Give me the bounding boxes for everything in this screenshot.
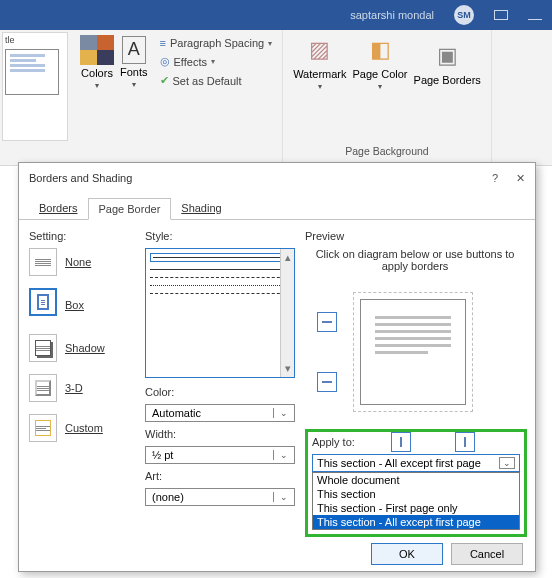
width-select[interactable]: ½ pt⌄ <box>145 446 295 464</box>
set-as-default-button[interactable]: ✔Set as Default <box>160 74 273 87</box>
dialog-titlebar: Borders and Shading ?✕ <box>19 163 535 193</box>
setting-column: Setting: None Box Shadow 3-D Custom <box>29 230 135 512</box>
dialog-tabs: Borders Page Border Shading <box>19 197 535 220</box>
apply-to-combo[interactable]: This section - All except first page⌄ <box>312 454 520 472</box>
setting-custom[interactable]: Custom <box>29 414 135 442</box>
tab-borders[interactable]: Borders <box>29 198 88 220</box>
minimize-icon[interactable] <box>528 19 542 20</box>
apply-option-selected[interactable]: This section - All except first page <box>313 515 519 529</box>
ribbon-display-icon[interactable] <box>494 10 508 20</box>
scrollbar[interactable]: ▴▾ <box>280 249 294 377</box>
style-listbox[interactable]: ▴▾ <box>145 248 295 378</box>
borders-and-shading-dialog: Borders and Shading ?✕ Borders Page Bord… <box>18 162 536 572</box>
setting-box[interactable]: Box <box>29 288 135 322</box>
ribbon: tle Colors▾ A Fonts▾ ≡Paragraph Spacing▾… <box>0 30 552 166</box>
cancel-button[interactable]: Cancel <box>451 543 523 565</box>
app-titlebar: saptarshi mondal SM <box>0 0 552 30</box>
document-formatting-group: Colors▾ A Fonts▾ ≡Paragraph Spacing▾ ◎Ef… <box>70 30 283 165</box>
effects-button[interactable]: ◎Effects▾ <box>160 55 273 68</box>
user-name: saptarshi mondal <box>350 9 434 21</box>
apply-option[interactable]: Whole document <box>313 473 519 487</box>
tab-shading[interactable]: Shading <box>171 198 231 220</box>
watermark-button[interactable]: ▨Watermark▾ <box>293 34 346 91</box>
page-color-button[interactable]: ◧Page Color▾ <box>353 34 408 91</box>
themes-gallery[interactable]: tle <box>2 32 68 141</box>
art-select[interactable]: (none)⌄ <box>145 488 295 506</box>
setting-shadow[interactable]: Shadow <box>29 334 135 362</box>
apply-to-section: Apply to: This section - All except firs… <box>305 429 527 537</box>
apply-to-dropdown-list[interactable]: Whole document This section This section… <box>312 472 520 530</box>
style-column: Style: ▴▾ Color: Automatic⌄ Width: ½ pt⌄… <box>145 230 295 512</box>
toggle-top-border[interactable] <box>317 312 337 332</box>
page-borders-button[interactable]: ▣Page Borders <box>414 40 481 86</box>
ok-button[interactable]: OK <box>371 543 443 565</box>
colors-button[interactable]: Colors▾ <box>80 35 114 90</box>
apply-option[interactable]: This section <box>313 487 519 501</box>
color-select[interactable]: Automatic⌄ <box>145 404 295 422</box>
page-background-group: ▨Watermark▾ ◧Page Color▾ ▣Page Borders P… <box>283 30 492 165</box>
user-avatar[interactable]: SM <box>454 5 474 25</box>
toggle-bottom-border[interactable] <box>317 372 337 392</box>
paragraph-spacing-button[interactable]: ≡Paragraph Spacing▾ <box>160 37 273 49</box>
setting-none[interactable]: None <box>29 248 135 276</box>
tab-page-border[interactable]: Page Border <box>88 198 172 220</box>
fonts-button[interactable]: A Fonts▾ <box>120 36 148 89</box>
preview-diagram[interactable] <box>353 292 473 412</box>
dialog-title: Borders and Shading <box>29 172 132 184</box>
close-icon[interactable]: ✕ <box>516 172 525 185</box>
setting-3d[interactable]: 3-D <box>29 374 135 402</box>
help-icon[interactable]: ? <box>492 172 498 185</box>
apply-option[interactable]: This section - First page only <box>313 501 519 515</box>
